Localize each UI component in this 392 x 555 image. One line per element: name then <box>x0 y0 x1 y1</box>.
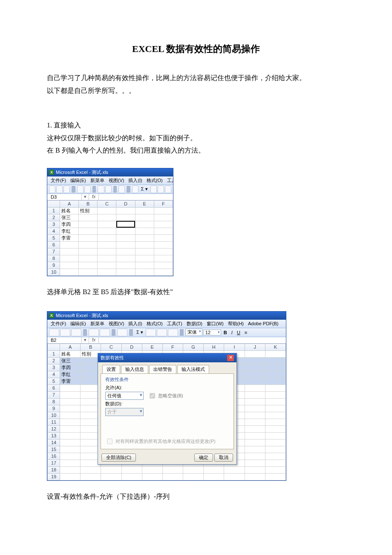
ok-button[interactable]: 确定 <box>194 454 213 462</box>
cell[interactable] <box>154 214 173 221</box>
cell[interactable]: 姓名 <box>60 350 81 357</box>
cell[interactable] <box>116 248 135 255</box>
sort-icon[interactable] <box>150 185 157 193</box>
menu-item[interactable]: 窗口(W) <box>205 320 225 327</box>
print-icon[interactable] <box>77 185 84 193</box>
autosum-icon[interactable] <box>132 185 138 193</box>
cell[interactable] <box>60 248 79 255</box>
cell[interactable] <box>154 207 173 214</box>
column-header[interactable]: K <box>265 344 285 350</box>
cell[interactable] <box>265 432 285 439</box>
dialog-tab[interactable]: 输入信息 <box>121 365 148 373</box>
save-icon[interactable] <box>63 185 70 193</box>
cell[interactable] <box>79 269 98 275</box>
cell[interactable] <box>265 425 285 432</box>
column-header[interactable]: D <box>121 344 142 350</box>
row-header[interactable]: 16 <box>48 453 60 460</box>
cell[interactable] <box>245 378 265 384</box>
cell[interactable] <box>245 453 265 460</box>
cell[interactable] <box>265 466 285 473</box>
cell[interactable] <box>60 453 81 460</box>
row-header[interactable]: 4 <box>48 371 60 378</box>
cell[interactable] <box>98 262 116 269</box>
menu-item[interactable]: 视图(V) <box>107 177 126 184</box>
cell[interactable] <box>98 269 116 275</box>
cell[interactable]: 性别 <box>79 207 98 214</box>
row-header[interactable]: 4 <box>48 228 60 234</box>
allow-select[interactable]: 任何值 <box>105 392 144 400</box>
column-header[interactable]: C <box>101 344 121 350</box>
column-header[interactable]: G <box>183 344 204 350</box>
cancel-button[interactable]: 取消 <box>214 454 233 462</box>
fx-label[interactable]: fx <box>89 337 99 343</box>
row-header[interactable]: 5 <box>48 378 60 384</box>
cell[interactable] <box>154 221 173 228</box>
cell[interactable] <box>224 466 245 473</box>
cell[interactable]: 李红 <box>60 228 79 234</box>
cell[interactable] <box>135 269 154 275</box>
cell[interactable]: 李雷 <box>60 378 81 384</box>
cell[interactable] <box>265 391 285 398</box>
cell[interactable] <box>101 473 121 480</box>
cell[interactable]: 张三 <box>60 214 79 221</box>
cell[interactable] <box>116 255 135 262</box>
cell[interactable] <box>60 262 79 269</box>
cell[interactable] <box>116 221 135 228</box>
cell[interactable] <box>98 248 116 255</box>
close-icon[interactable]: ✕ <box>227 355 234 361</box>
align-left-icon[interactable]: ≡ <box>243 330 249 335</box>
cell[interactable] <box>265 412 285 419</box>
cell[interactable] <box>135 207 154 214</box>
row-header[interactable]: 12 <box>48 425 60 432</box>
row-header[interactable]: 10 <box>48 412 60 419</box>
menu-item[interactable]: 编辑(E) <box>69 320 88 327</box>
cell[interactable] <box>265 446 285 453</box>
open-icon[interactable] <box>60 329 70 336</box>
cell[interactable] <box>60 466 81 473</box>
cell[interactable] <box>116 207 135 214</box>
cell[interactable] <box>60 412 81 419</box>
cell[interactable] <box>265 384 285 391</box>
help-icon[interactable] <box>168 329 178 336</box>
cell[interactable] <box>135 228 154 234</box>
row-header[interactable]: 3 <box>48 364 60 371</box>
cell[interactable] <box>154 241 173 248</box>
menu-item[interactable]: 帮助(H) <box>226 320 245 327</box>
cell[interactable] <box>60 432 81 439</box>
row-header[interactable]: 8 <box>48 398 60 405</box>
cell[interactable] <box>60 241 79 248</box>
cell[interactable] <box>154 248 173 255</box>
row-header[interactable]: 9 <box>48 262 60 269</box>
cell[interactable] <box>79 255 98 262</box>
cell[interactable] <box>245 391 265 398</box>
cell[interactable]: 张三 <box>60 357 81 364</box>
column-header[interactable]: B <box>81 344 101 350</box>
cell[interactable]: 姓名 <box>60 207 79 214</box>
clear-all-button[interactable]: 全部清除(C) <box>101 454 136 462</box>
row-header[interactable]: 7 <box>48 391 60 398</box>
menu-item[interactable]: 插入(I) <box>127 177 144 184</box>
cell[interactable] <box>265 453 285 460</box>
cell[interactable] <box>245 439 265 446</box>
column-header[interactable]: J <box>245 344 265 350</box>
cell[interactable] <box>79 241 98 248</box>
dialog-tab[interactable]: 设置 <box>102 365 120 373</box>
row-header[interactable]: 6 <box>48 384 60 391</box>
spreadsheet-grid[interactable]: ABCDEFGHIJK1姓名性别2张三3李四4李红5李雷678910111213… <box>47 344 286 480</box>
cell[interactable] <box>60 460 81 466</box>
column-header[interactable]: F <box>162 344 183 350</box>
cell[interactable] <box>154 269 173 275</box>
help-icon[interactable] <box>165 185 171 193</box>
cell[interactable] <box>135 255 154 262</box>
cell[interactable] <box>154 228 173 234</box>
undo-icon[interactable] <box>117 329 127 336</box>
cell[interactable] <box>60 405 81 412</box>
cell[interactable] <box>142 466 162 473</box>
cell[interactable] <box>60 439 81 446</box>
row-header[interactable]: 11 <box>48 419 60 425</box>
preview-icon[interactable] <box>84 185 91 193</box>
bold-button[interactable]: B <box>222 330 229 335</box>
dropdown-icon[interactable]: ▾ <box>82 194 89 200</box>
cell[interactable] <box>98 214 116 221</box>
row-header[interactable]: 17 <box>48 460 60 466</box>
